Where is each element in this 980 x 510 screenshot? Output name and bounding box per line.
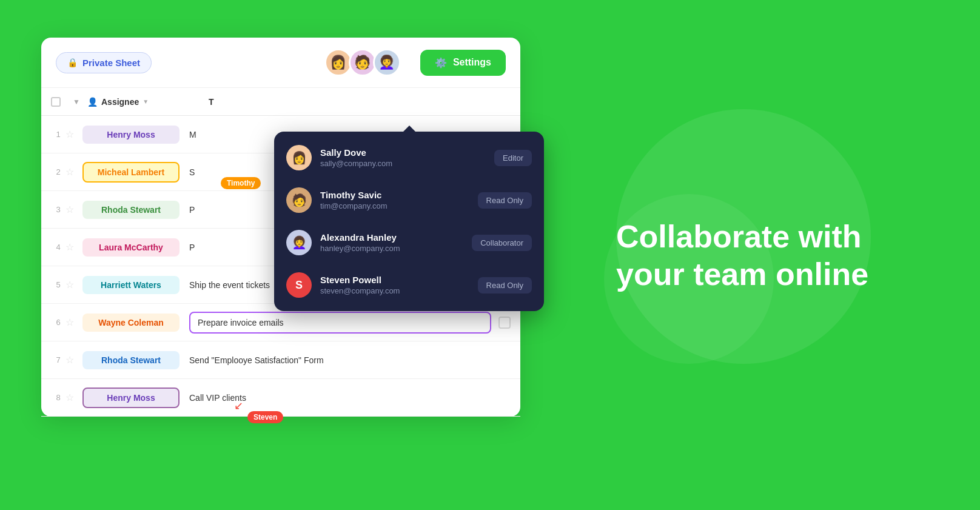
user-row-sally: 👩 Sally Dove sally@company.com Editor [274,136,544,179]
user-row-timothy: 🧑 Timothy Savic tim@company.com Read Onl… [274,179,544,221]
cursor-label-timothy: Timothy [221,177,261,189]
avatar-tim[interactable]: 🧑 [349,49,377,76]
avatar-alex-emoji: 👩‍🦱 [378,55,395,70]
avatar-sally-dropdown: 👩 [286,145,312,170]
table-row: 8 ☆ Henry Moss Call VIP clients ↙ Steven [41,379,520,417]
user-name-alexandra: Alexandra Hanley [320,232,463,243]
star-icon[interactable]: ☆ [65,166,82,178]
private-sheet-button[interactable]: 🔒 Private Sheet [56,52,152,73]
task-header: T [209,97,511,107]
gear-icon: ⚙️ [435,57,447,69]
user-name-steven: Steven Powell [320,275,469,285]
private-sheet-label: Private Sheet [82,58,140,68]
sort-icon: ▼ [143,98,149,105]
task-cell: Call VIP clients [180,393,511,403]
table-row: 7 ☆ Rhoda Stewart Send "Emplooye Satisfa… [41,341,520,379]
avatar-sally-emoji: 👩 [330,55,346,70]
top-bar: 🔒 Private Sheet 👩 🧑 👩‍🦱 ⚙️ Settings [41,38,520,88]
main-card: 🔒 Private Sheet 👩 🧑 👩‍🦱 ⚙️ Settings 👩 Sa… [41,38,520,417]
row-number: 7 [51,355,65,364]
assignee-tag: Micheal Lambert [82,162,180,183]
user-row-alexandra: 👩‍🦱 Alexandra Hanley hanley@company.com … [274,221,544,264]
lock-icon: 🔒 [67,58,78,67]
star-icon[interactable]: ☆ [65,354,82,366]
settings-button[interactable]: ⚙️ Settings [420,50,506,76]
assignee-tag: Harriett Waters [82,276,180,294]
star-icon[interactable]: ☆ [65,317,82,328]
avatar-sally[interactable]: 👩 [324,49,352,76]
settings-label: Settings [453,57,491,68]
select-all-checkbox[interactable] [51,97,61,107]
header-checkbox[interactable] [51,97,73,107]
star-icon[interactable]: ☆ [65,392,82,403]
user-info-steven: Steven Powell steven@company.com [320,275,469,295]
hero-line1: Collaborate with [616,217,919,255]
assignee-tag: Wayne Coleman [82,314,180,332]
user-info-sally: Sally Dove sally@company.com [320,147,486,168]
person-icon: 👤 [87,97,98,107]
assignee-tag: Henry Moss [82,388,180,408]
assignee-tag: Rhoda Stewart [82,201,180,219]
user-email-sally: sally@company.com [320,159,486,168]
user-name-sally: Sally Dove [320,147,486,158]
avatars-group: 👩 🧑 👩‍🦱 [324,49,401,76]
avatar-alex[interactable]: 👩‍🦱 [373,49,401,76]
hero-line2: your team online [616,255,919,293]
task-input-cell[interactable] [189,312,491,334]
user-email-alexandra: hanley@company.com [320,244,463,253]
avatar-timothy-dropdown: 🧑 [286,187,312,213]
star-icon[interactable]: ☆ [65,241,82,253]
avatar-tim-emoji: 🧑 [354,55,371,70]
star-icon[interactable]: ☆ [65,279,82,290]
table-header: ▼ 👤 Assignee ▼ T [41,88,520,116]
role-badge-timothy[interactable]: Read Only [478,192,532,209]
avatar-alexandra-dropdown: 👩‍🦱 [286,230,312,255]
row-number: 6 [51,318,65,327]
star-icon[interactable]: ☆ [65,129,82,140]
row-chevron-icon: ▼ [73,98,87,106]
row-number: 3 [51,205,65,214]
user-name-timothy: Timothy Savic [320,190,469,200]
user-info-alexandra: Alexandra Hanley hanley@company.com [320,232,463,253]
assignee-tag: Rhoda Stewart [82,351,180,369]
cursor-label-steven: Steven [247,411,283,423]
user-info-timothy: Timothy Savic tim@company.com [320,190,469,210]
role-badge-steven[interactable]: Read Only [478,277,532,294]
assignee-header: 👤 Assignee ▼ [87,97,209,107]
assignee-tag: Henry Moss [82,126,180,144]
row-number: 5 [51,280,65,289]
task-cell: Send "Emplooye Satisfaction" Form [180,355,511,365]
assignee-tag: Laura McCarthy [82,238,180,257]
row-checkbox[interactable] [498,317,511,329]
user-email-timothy: tim@company.com [320,201,469,210]
cursor-arrow-steven: ↙ [234,399,243,412]
user-row-steven: S Steven Powell steven@company.com Read … [274,264,544,306]
avatar-steven-dropdown: S [286,272,312,298]
role-badge-alexandra[interactable]: Collaborator [472,235,532,251]
row-number: 1 [51,130,65,139]
star-icon[interactable]: ☆ [65,204,82,215]
hero-text: Collaborate with your team online [616,217,919,293]
collaborators-dropdown: 👩 Sally Dove sally@company.com Editor 🧑 … [274,132,544,311]
role-badge-sally[interactable]: Editor [494,150,532,166]
row-number: 4 [51,243,65,252]
row-number: 2 [51,167,65,176]
row-number: 8 [51,393,65,402]
user-email-steven: steven@company.com [320,286,469,295]
